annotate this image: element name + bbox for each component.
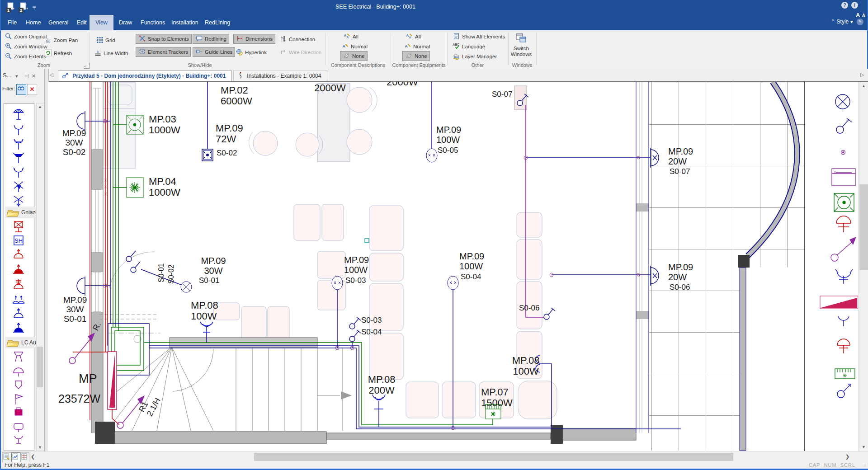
symbol-list-scrollbar[interactable]: ▲ ▼ [36,103,45,451]
comp-desc-all-button[interactable]: AAAll [343,32,359,41]
grid-button[interactable]: Grid [96,36,115,45]
horizontal-scroll-thumb[interactable] [254,453,733,461]
qat-new-caret-icon[interactable]: ▾ [13,6,14,10]
palette-symbol-socket-red-filled[interactable] [10,263,27,277]
guide-lines-button[interactable]: Guide Lines [193,47,235,57]
comp-equip-none-button[interactable]: None [402,51,430,61]
font-badge-large[interactable]: A [856,12,860,19]
menu-general[interactable]: General [42,15,74,30]
palette-symbol-socket-cooker[interactable] [10,278,27,291]
vertical-scroll-thumb[interactable] [859,184,868,270]
svg-text:A: A [409,36,411,39]
scroll-up-icon[interactable]: ▲ [860,84,867,88]
palette-symbol-lamp-x-filled[interactable] [10,179,27,193]
palette-symbol-filled-magenta[interactable] [10,406,27,420]
view-tab-1[interactable] [2,452,11,462]
palette-symbol-lamp-x[interactable] [10,194,27,207]
comp-desc-normal-button[interactable]: ANormal [341,42,368,51]
vertical-scrollbar[interactable]: ▲ ▼ [858,82,868,451]
palette-symbol-sh-box[interactable]: SH [10,235,27,248]
mp07-heater [486,404,501,419]
palette-symbol-socket-double-blue[interactable] [10,292,27,306]
zoom-window-button[interactable]: Zoom Window [5,42,47,51]
view-tab-2[interactable] [11,452,20,462]
comp-equip-normal-icon: A [404,42,411,50]
zoom-extents-button[interactable]: Zoom Extents [5,52,46,61]
palette-symbol-flag-violet[interactable] [10,393,27,406]
luminaire-mp04 [127,178,143,197]
wire-direction-button[interactable]: Wire Direction [279,48,321,57]
redlining-icon [195,35,203,42]
tab-scroll-left-icon[interactable]: ◁ [49,72,53,78]
line-width-button[interactable]: Line Width [94,49,128,58]
palette-symbol-socket-red[interactable] [10,248,27,262]
palette-symbol-socket-blue-filled[interactable] [10,321,27,335]
panel-pin-icon[interactable]: ⊣ [24,73,29,79]
switch-windows-button[interactable] [515,33,527,44]
palette-symbol-lamp-u[interactable] [10,122,27,136]
font-badge-small[interactable]: A [862,13,865,18]
filter-clear-button[interactable]: ✕ [27,84,37,95]
list-scroll-down-icon[interactable]: ▼ [37,445,43,450]
filter-find-button[interactable] [16,84,26,95]
language-button[interactable]: ABCLanguage [453,42,485,51]
scroll-down-icon[interactable]: ▼ [860,445,867,449]
palette-symbol-lamp-violet[interactable] [10,433,27,447]
palette-symbol-box-x-stand[interactable] [10,220,27,234]
show-all-elements-button[interactable]: Show All Elements [453,32,505,41]
hyperlink-button[interactable]: Hyperlink [236,48,267,57]
menu-redlining[interactable]: RedLining [199,15,236,30]
scroll-right-icon[interactable]: ❯ [845,454,849,460]
drawing-canvas[interactable]: MP.02 6000W2000W2000WMP.03 1000WMP.09 72… [48,82,858,451]
menu-view[interactable]: View [90,15,113,30]
redlining-button[interactable]: Redlining [193,34,229,44]
zoom-pan-button[interactable]: Zoom Pan [44,36,78,45]
view-tab-3[interactable] [20,452,29,462]
element-trackers-button[interactable]: Element Trackers [136,47,191,57]
palette-symbol-roundrect-violet[interactable] [10,420,27,433]
zoom-original-button[interactable]: Zoom Original [5,32,47,41]
guide-lines-label: Guide Lines [205,49,232,55]
panel-dropdown-icon[interactable]: ▾ [15,73,18,79]
font-size-badges[interactable]: A A [856,11,865,19]
panel-close-icon[interactable]: ✕ [32,73,36,79]
qat-customize-icon[interactable]: ╤ [33,5,36,9]
scroll-left-icon[interactable]: ❮ [31,454,35,460]
horizontal-scrollbar[interactable]: ❮ ❯ [1,451,868,462]
connection-button[interactable]: Connection [279,35,315,44]
zoom-dialog-launcher-icon[interactable]: ⌟ [84,63,90,69]
redlining-label: Redlining [205,36,226,42]
menu-draw[interactable]: Draw [113,15,138,30]
style-label: Style [837,19,849,25]
info-icon[interactable]: i [851,2,858,9]
comp-equip-all-button[interactable]: AAAll [406,32,421,41]
dimensions-button[interactable]: Dimensions [233,34,275,44]
snap-to-elements-button[interactable]: Snap to Elements [136,34,192,44]
layer-manager-button[interactable]: Layer Manager [453,52,497,61]
tab-scroll-right-icon[interactable]: ▷ [860,72,864,78]
palette-symbol-dome-violet[interactable] [10,365,27,378]
palette-symbol-lamp-filled[interactable] [10,150,27,164]
palette-symbol-socket-blue[interactable] [10,307,27,320]
ribbon-style-control[interactable]: ⌃ Style ▾ ✎ [830,19,863,25]
palette-symbol-pennant-violet[interactable] [10,379,27,393]
switch-windows-label[interactable]: Switch Windows [507,46,535,57]
comp-equip-normal-button[interactable]: ANormal [404,42,430,51]
refresh-button[interactable]: Refresh [44,49,72,58]
doc-tab-installations[interactable]: Installations - Example 1: 0004 [233,70,327,81]
menu-installation[interactable]: Installation [165,15,204,30]
list-scroll-thumb[interactable] [37,347,43,387]
list-scroll-up-icon[interactable]: ▲ [37,104,43,109]
palette-symbol-chandelier[interactable] [10,107,27,121]
group-label-zoom: Zoom [19,62,69,68]
resize-grip-icon[interactable]: ⠿ [863,463,866,468]
pencil-icon[interactable]: ✎ [857,19,863,25]
palette-symbol-lamp-wide[interactable] [10,165,27,179]
comp-desc-none-button[interactable]: None [340,51,368,61]
help-icon[interactable]: ? [841,2,848,9]
qat-open-caret-icon[interactable]: ▾ [26,6,28,10]
palette-symbol-cup-violet[interactable] [10,350,27,364]
zoom-original-label: Zoom Original [14,34,47,39]
doc-tab-building[interactable]: Przykład 5 - Dom jednorodzinny (Etykiety… [58,70,231,81]
palette-symbol-lamp-bar[interactable] [10,137,27,150]
